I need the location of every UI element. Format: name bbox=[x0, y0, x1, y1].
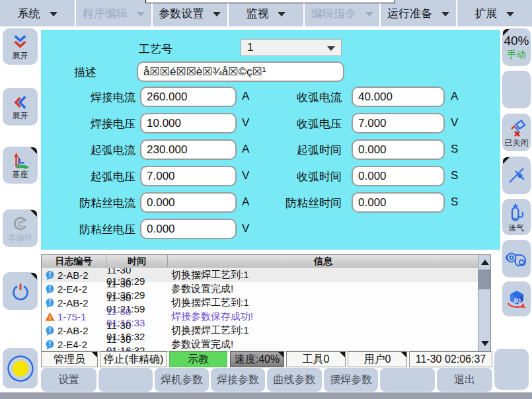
chevron-down-icon bbox=[278, 12, 285, 17]
blank-a-button[interactable] bbox=[98, 368, 153, 392]
sidebar-button-blank-1[interactable] bbox=[502, 71, 531, 108]
log-table: 日志编号时间信息 !2-AB-211-30 01:36:29切换摆焊工艺到:1!… bbox=[41, 254, 491, 351]
sidebar-button-label: 展开 bbox=[13, 112, 28, 120]
field-label: 防粘丝电流 bbox=[53, 196, 135, 211]
field-unit: S bbox=[451, 196, 458, 209]
sidebar-button-speed-mode[interactable]: 40%手动 bbox=[502, 28, 531, 66]
sidebar-button-expand-left[interactable]: 展开 bbox=[3, 88, 38, 126]
status-label: 速度:40% bbox=[235, 353, 280, 367]
sidebar-button-joystick[interactable] bbox=[502, 240, 531, 277]
log-message: 切换摆焊工艺到:1 bbox=[168, 324, 478, 337]
status-user-role[interactable]: 管理员 bbox=[41, 351, 98, 367]
menu-item-label: 扩展 bbox=[475, 6, 497, 21]
corner-mark-icon bbox=[92, 352, 97, 357]
field-unit: V bbox=[242, 116, 249, 129]
field-label: 收弧电流 bbox=[272, 90, 342, 105]
sidebar-button-power[interactable] bbox=[3, 272, 38, 310]
expand-left-icon bbox=[11, 94, 29, 111]
log-table-header: 日志编号时间信息 bbox=[42, 255, 478, 268]
info-icon: ! bbox=[45, 326, 55, 336]
field-input-l0[interactable]: 260.000 bbox=[140, 87, 237, 107]
field-unit: A bbox=[242, 90, 249, 103]
field-input-l5[interactable]: 0.000 bbox=[140, 219, 237, 239]
field-input-r4[interactable]: 0.000 bbox=[352, 192, 445, 213]
process-number-select[interactable]: 1 bbox=[241, 39, 342, 56]
menu-bar: 系统程序编辑参数设置监视编辑指令运行准备扩展 bbox=[0, 0, 532, 26]
field-unit: A bbox=[451, 90, 458, 103]
field-label: 焊接电流 bbox=[53, 90, 135, 105]
field-input-l1[interactable]: 10.000 bbox=[140, 113, 237, 133]
field-label: 防粘丝电压 bbox=[53, 222, 135, 237]
power-icon bbox=[11, 281, 30, 301]
settings-button[interactable]: 设置 bbox=[41, 368, 96, 392]
status-teach-mode[interactable]: 示教 bbox=[169, 351, 227, 367]
corner-mark-icon bbox=[401, 352, 406, 357]
status-label: 停止(非精确) bbox=[104, 353, 164, 367]
field-input-l4[interactable]: 0.000 bbox=[140, 192, 237, 213]
log-id: 2-AB-2 bbox=[57, 325, 106, 336]
sidebar-button-rotate-3d[interactable]: 3D bbox=[502, 281, 531, 316]
bottom-button-bar: 设置焊机参数焊接参数曲线参数摆焊参数退出 bbox=[0, 368, 532, 392]
field-input-r2[interactable]: 0.000 bbox=[352, 139, 445, 160]
corner-mark-icon bbox=[278, 352, 284, 357]
svg-text:!: ! bbox=[49, 299, 51, 306]
log-id: 2-AB-2 bbox=[57, 297, 106, 308]
sidebar-button-single-cycle[interactable]: C单循环 bbox=[3, 209, 38, 247]
description-input[interactable]: å☒☒é☒☒è☒¾å☒©ç☒¹ bbox=[137, 61, 344, 82]
svg-text:C: C bbox=[17, 219, 23, 229]
menu-item-label: 编辑指令 bbox=[311, 6, 356, 21]
curve-params-button[interactable]: 曲线参数 bbox=[267, 368, 322, 392]
menu-item-运行准备[interactable]: 运行准备 bbox=[381, 0, 455, 26]
welder-params-button[interactable]: 焊机参数 bbox=[155, 368, 209, 392]
menu-item-扩展[interactable]: 扩展 bbox=[457, 0, 532, 26]
menu-item-监视[interactable]: 监视 bbox=[229, 0, 303, 26]
menu-item-系统[interactable]: 系统 bbox=[0, 0, 75, 26]
blank-b-button[interactable] bbox=[380, 368, 435, 392]
field-input-l3[interactable]: 7.000 bbox=[140, 166, 237, 186]
status-speed[interactable]: 速度:40% bbox=[230, 351, 284, 367]
sidebar-button-torch[interactable] bbox=[502, 157, 531, 194]
sidebar-button-label: 基座 bbox=[13, 170, 28, 179]
status-clock[interactable]: 11-30 02:06:37 bbox=[409, 351, 492, 367]
status-bar: 管理员停止(非精确)示教速度:40%工具0用户011-30 02:06:37 bbox=[0, 351, 532, 368]
log-header-time: 时间 bbox=[106, 255, 168, 267]
sidebar-button-expand-down[interactable]: 展开 bbox=[3, 28, 38, 65]
menu-item-label: 程序编辑 bbox=[83, 6, 128, 21]
menu-item-程序编辑[interactable]: 程序编辑 bbox=[76, 0, 151, 26]
expand-down-icon bbox=[11, 34, 29, 51]
description-label: 描述 bbox=[74, 65, 96, 80]
field-input-r3[interactable]: 0.000 bbox=[352, 166, 445, 186]
chevron-down-icon bbox=[213, 12, 221, 17]
sidebar-button-gas-feed[interactable]: 送气 bbox=[502, 199, 531, 235]
log-scrollbar[interactable] bbox=[478, 255, 490, 351]
svg-text:!: ! bbox=[49, 326, 51, 334]
sidebar-button-base-frame[interactable]: 基座 bbox=[3, 147, 38, 184]
background-window-edge bbox=[145, 0, 395, 3]
log-id: 2-E4-2 bbox=[57, 283, 106, 295]
speed-percent: 40% bbox=[504, 34, 529, 48]
menu-item-参数设置[interactable]: 参数设置 bbox=[153, 0, 227, 26]
menu-item-编辑指令[interactable]: 编辑指令 bbox=[305, 0, 379, 26]
chevron-down-icon bbox=[441, 12, 449, 17]
welding-params-button[interactable]: 焊接参数 bbox=[211, 368, 265, 392]
rotate-3d-icon: 3D bbox=[505, 289, 529, 310]
sidebar-button-welder-status[interactable]: 已关闭 bbox=[502, 114, 531, 151]
scroll-up-icon[interactable] bbox=[481, 260, 489, 265]
status-tool[interactable]: 工具0 bbox=[286, 351, 346, 367]
weave-params-button[interactable]: 摆焊参数 bbox=[324, 368, 378, 392]
status-user-frame[interactable]: 用户0 bbox=[348, 351, 407, 367]
field-input-l2[interactable]: 230.000 bbox=[140, 139, 237, 160]
button-label: 焊机参数 bbox=[161, 373, 203, 387]
exit-button[interactable]: 退出 bbox=[437, 368, 492, 392]
field-input-r1[interactable]: 7.000 bbox=[352, 113, 445, 133]
status-motion-state[interactable]: 停止(非精确) bbox=[100, 351, 167, 367]
scrollbar-thumb[interactable] bbox=[478, 270, 491, 289]
info-icon: ! bbox=[45, 340, 55, 349]
corner-mark-icon bbox=[30, 210, 37, 217]
field-input-r0[interactable]: 40.000 bbox=[352, 87, 445, 107]
log-message: 参数设置完成! bbox=[168, 338, 478, 351]
field-label: 收弧时间 bbox=[272, 169, 342, 184]
field-unit: A bbox=[242, 196, 249, 209]
scroll-down-icon[interactable] bbox=[481, 341, 489, 346]
svg-text:!: ! bbox=[49, 340, 51, 347]
